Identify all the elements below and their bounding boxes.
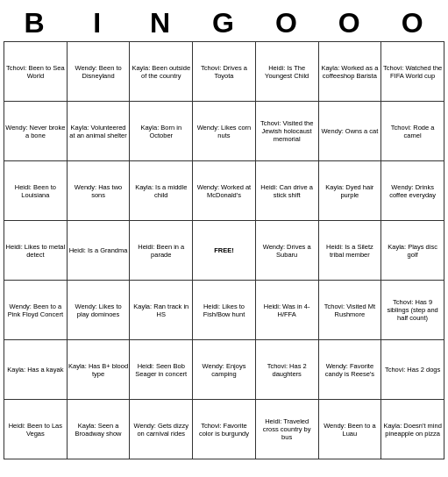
cell-r2-c5: Kayla: Dyed hair purple bbox=[318, 161, 381, 221]
cell-r3-c5: Heidi: Is a Siletz tribal member bbox=[318, 221, 381, 281]
cell-r0-c3: Tchovi: Drives a Toyota bbox=[193, 42, 256, 102]
cell-r6-c1: Kayla: Seen a Broadway show bbox=[67, 400, 130, 459]
cell-r1-c1: Kayla: Volunteered at an animal shelter bbox=[67, 102, 130, 161]
cell-r5-c4: Tchovi: Has 2 daughters bbox=[255, 340, 318, 400]
cell-r2-c0: Heidi: Been to Louisiana bbox=[4, 161, 68, 221]
cell-r1-c0: Wendy: Never broke a bone bbox=[4, 102, 68, 161]
cell-r4-c5: Tchovi: Visited Mt Rushmore bbox=[318, 281, 381, 340]
cell-r1-c5: Wendy: Owns a cat bbox=[318, 102, 381, 161]
cell-r4-c6: Tchovi: Has 9 siblings (step and half co… bbox=[381, 281, 444, 340]
cell-r6-c6: Kayla: Doesn't mind pineapple on pizza bbox=[381, 400, 444, 459]
cell-r1-c2: Kayla: Born in October bbox=[130, 102, 193, 161]
cell-r4-c0: Wendy: Been to a Pink Floyd Concert bbox=[4, 281, 68, 340]
cell-r0-c5: Kayla: Worked as a coffeeshop Barista bbox=[318, 42, 381, 102]
cell-r6-c4: Heidi: Traveled cross country by bus bbox=[255, 400, 318, 459]
cell-r3-c6: Kayla: Plays disc golf bbox=[381, 221, 444, 281]
cell-r0-c2: Kayla: Been outside of the country bbox=[130, 42, 193, 102]
cell-r2-c4: Heidi: Can drive a stick shift bbox=[255, 161, 318, 221]
cell-r6-c2: Wendy: Gets dizzy on carnival rides bbox=[130, 400, 193, 459]
cell-r2-c3: Wendy: Worked at McDonald's bbox=[193, 161, 256, 221]
cell-r2-c1: Wendy: Has two sons bbox=[67, 161, 130, 221]
cell-r0-c6: Tchovi: Watched the FIFA World cup bbox=[381, 42, 444, 102]
cell-r5-c0: Kayla: Has a kayak bbox=[4, 340, 68, 400]
cell-r4-c4: Heidi: Was in 4-H/FFA bbox=[255, 281, 318, 340]
cell-r3-c0: Heidi: Likes to metal detect bbox=[4, 221, 68, 281]
cell-r2-c6: Wendy: Drinks coffee everyday bbox=[381, 161, 444, 221]
cell-r3-c1: Heidi: Is a Grandma bbox=[67, 221, 130, 281]
cell-r0-c4: Heidi: Is The Youngest Child bbox=[255, 42, 318, 102]
cell-r0-c1: Wendy: Been to Disneyland bbox=[67, 42, 130, 102]
cell-r2-c2: Kayla: Is a middle child bbox=[130, 161, 193, 221]
cell-r1-c6: Tchovi: Rode a camel bbox=[381, 102, 444, 161]
cell-r6-c5: Wendy: Been to a Luau bbox=[318, 400, 381, 459]
cell-r3-c2: Heidi: Been in a parade bbox=[130, 221, 193, 281]
cell-r4-c1: Wendy: Likes to play dominoes bbox=[67, 281, 130, 340]
cell-r4-c3: Heidi: Likes to Fish/Bow hunt bbox=[193, 281, 256, 340]
title-o3: O bbox=[381, 7, 444, 39]
cell-r3-c4: Wendy: Drives a Subaru bbox=[255, 221, 318, 281]
title-n: N bbox=[130, 7, 193, 39]
title-b: B bbox=[4, 7, 67, 39]
cell-r5-c6: Tchovi: Has 2 dogs bbox=[381, 340, 444, 400]
cell-r3-c3: FREE! bbox=[193, 221, 256, 281]
cell-r5-c1: Kayla: Has B+ blood type bbox=[67, 340, 130, 400]
cell-r5-c5: Wendy: Favorite candy is Reese's bbox=[318, 340, 381, 400]
title-o1: O bbox=[255, 7, 318, 39]
bingo-grid: Tchovi: Been to Sea WorldWendy: Been to … bbox=[4, 41, 444, 459]
cell-r1-c3: Wendy: Likes corn nuts bbox=[193, 102, 256, 161]
cell-r6-c0: Heidi: Been to Las Vegas bbox=[4, 400, 68, 459]
title-g: G bbox=[193, 7, 256, 39]
title-i: I bbox=[67, 7, 130, 39]
bingo-title: B I N G O O O bbox=[4, 4, 444, 41]
cell-r5-c2: Heidi: Seen Bob Seager in concert bbox=[130, 340, 193, 400]
cell-r5-c3: Wendy: Enjoys camping bbox=[193, 340, 256, 400]
cell-r4-c2: Kayla: Ran track in HS bbox=[130, 281, 193, 340]
cell-r0-c0: Tchovi: Been to Sea World bbox=[4, 42, 68, 102]
title-o2: O bbox=[318, 7, 381, 39]
cell-r6-c3: Tchovi: Favorite color is burgundy bbox=[193, 400, 256, 459]
cell-r1-c4: Tchovi: Visited the Jewish holocaust mem… bbox=[255, 102, 318, 161]
